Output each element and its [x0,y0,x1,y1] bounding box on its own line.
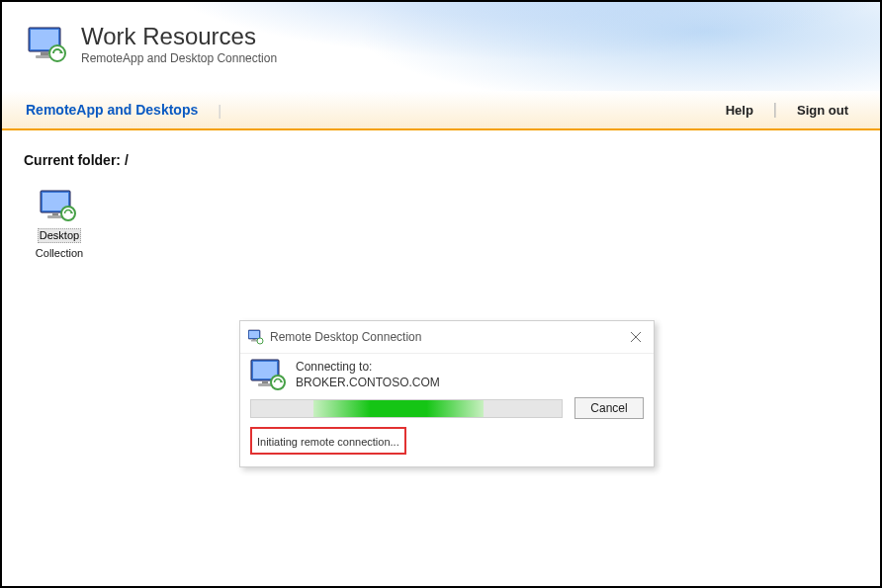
close-icon[interactable] [626,327,646,347]
nav-signout[interactable]: Sign out [791,103,854,118]
nav-bar: RemoteApp and Desktops | Help | Sign out [2,91,880,130]
rdc-large-icon [250,358,288,391]
svg-point-16 [257,338,263,344]
header-banner: Work Resources RemoteApp and Desktop Con… [2,2,880,91]
dialog-body: Connecting to: BROKER.CONTOSO.COM Cancel… [240,353,654,466]
remoteapp-icon [28,24,69,65]
nav-divider: | [218,102,221,119]
svg-rect-21 [262,381,268,383]
desktop-collection-icon [39,190,80,221]
window-frame: Work Resources RemoteApp and Desktop Con… [0,0,882,588]
connecting-to-label: Connecting to: [296,360,644,376]
svg-rect-20 [253,362,277,378]
item-label-line1: Desktop [38,228,81,243]
nav-right: Help | Sign out [720,101,854,119]
page-title: Work Resources [81,24,277,48]
collection-item[interactable]: Desktop Collection [24,190,95,261]
main-area: Current folder: / Desktop Collection [2,130,880,283]
nav-divider: | [773,101,777,119]
nav-tab-remoteapp[interactable]: RemoteApp and Desktops [20,102,204,118]
svg-rect-14 [253,339,256,340]
status-text: Initiating remote connection... [257,436,399,448]
banner-titles: Work Resources RemoteApp and Desktop Con… [81,24,277,65]
svg-rect-15 [251,340,257,342]
connecting-to-target: BROKER.CONTOSO.COM [296,376,644,391]
status-highlight: Initiating remote connection... [250,427,406,455]
nav-left: RemoteApp and Desktops | [20,102,720,119]
page-subtitle: RemoteApp and Desktop Connection [81,51,277,65]
svg-rect-2 [41,52,48,55]
item-label-line2: Collection [36,247,83,259]
rdc-dialog: Remote Desktop Connection [239,320,655,467]
progress-fill [313,400,485,417]
svg-rect-8 [52,213,58,215]
nav-help[interactable]: Help [720,103,759,118]
cancel-button[interactable]: Cancel [574,397,644,419]
current-folder-label: Current folder: / [24,152,858,168]
rdc-small-icon [248,329,264,345]
progress-bar [250,399,563,418]
svg-rect-22 [258,383,272,386]
item-grid: Desktop Collection [24,190,858,261]
banner-content: Work Resources RemoteApp and Desktop Con… [2,2,880,65]
dialog-info: Connecting to: BROKER.CONTOSO.COM [296,358,644,391]
svg-rect-13 [249,331,259,338]
dialog-titlebar[interactable]: Remote Desktop Connection [240,321,654,353]
dialog-title: Remote Desktop Connection [270,330,626,344]
